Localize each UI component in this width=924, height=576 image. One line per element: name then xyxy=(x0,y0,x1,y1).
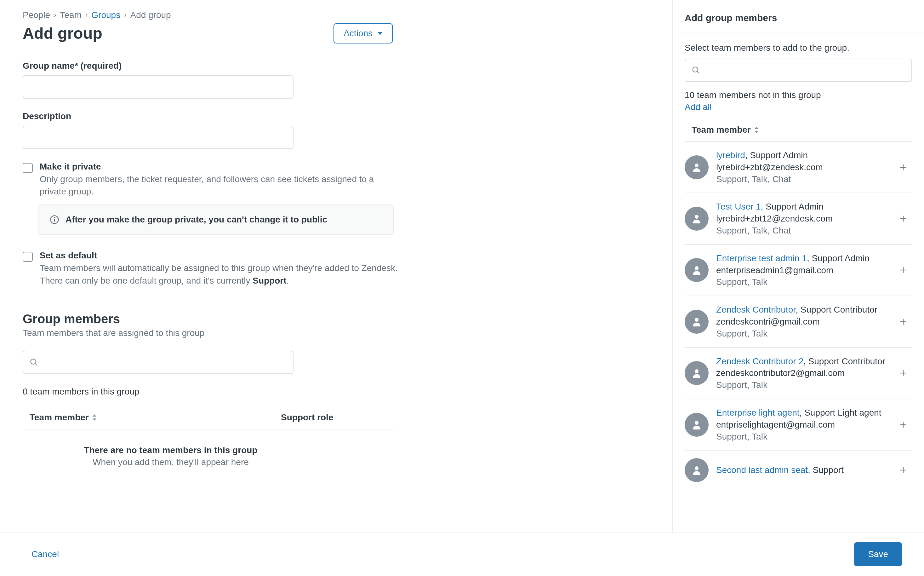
member-email: lyrebird+zbt12@zendesk.com xyxy=(716,213,890,225)
actions-label: Actions xyxy=(343,28,373,38)
set-default-title: Set as default xyxy=(40,251,401,261)
member-row: Enterprise light agent, Support Light ag… xyxy=(685,399,912,451)
description-label: Description xyxy=(23,111,294,121)
member-products: Support, Talk, Chat xyxy=(716,173,890,185)
member-role: , Support Admin xyxy=(745,150,808,160)
member-email: zendeskcontributor2@gmail.com xyxy=(716,367,890,379)
side-hint: Select team members to add to the group. xyxy=(685,43,912,53)
avatar xyxy=(685,155,709,179)
member-role: , Support Admin xyxy=(761,202,823,211)
member-row: Test User 1, Support Adminlyrebird+zbt12… xyxy=(685,193,912,245)
svg-marker-6 xyxy=(93,418,96,421)
avatar xyxy=(685,413,709,437)
search-icon xyxy=(30,358,38,367)
svg-marker-10 xyxy=(755,131,758,133)
breadcrumb-groups[interactable]: Groups xyxy=(91,10,120,20)
member-row: Second last admin seat, Support xyxy=(685,451,912,490)
member-row: Zendesk Contributor 2, Support Contribut… xyxy=(685,348,912,399)
group-members-search-input[interactable] xyxy=(42,351,287,373)
member-products: Support, Talk xyxy=(716,328,890,340)
group-name-label: Group name* (required) xyxy=(23,61,294,71)
info-icon xyxy=(50,215,59,224)
chevron-right-icon: › xyxy=(124,11,126,19)
svg-point-11 xyxy=(695,163,699,167)
group-members-heading: Group members xyxy=(23,312,672,326)
chevron-right-icon: › xyxy=(85,11,88,19)
members-count: 0 team members in this group xyxy=(23,387,672,397)
svg-point-29 xyxy=(695,466,699,470)
svg-point-26 xyxy=(695,421,699,425)
member-row: Zendesk Contributor, Support Contributor… xyxy=(685,296,912,347)
side-count: 10 team members not in this group xyxy=(685,90,912,100)
member-email: lyrebird+zbt@zendesk.com xyxy=(716,161,890,173)
add-member-button[interactable] xyxy=(898,419,909,430)
page-title: Add group xyxy=(23,24,102,43)
avatar xyxy=(685,310,709,334)
make-private-desc: Only group members, the ticket requester… xyxy=(40,173,401,198)
svg-line-8 xyxy=(697,72,699,74)
side-search[interactable] xyxy=(685,59,912,82)
sort-icon xyxy=(92,414,97,421)
svg-point-17 xyxy=(695,266,699,270)
member-role: , Support Contributor xyxy=(796,305,878,314)
member-role: , Support xyxy=(808,465,844,475)
member-name[interactable]: lyrebird xyxy=(716,150,745,160)
save-button[interactable]: Save xyxy=(854,542,902,566)
member-name[interactable]: Zendesk Contributor 2 xyxy=(716,356,803,366)
actions-button[interactable]: Actions xyxy=(334,23,393,43)
avatar xyxy=(685,258,709,282)
search-icon xyxy=(692,66,701,75)
add-members-panel: Add group members Select team members to… xyxy=(672,0,924,576)
side-search-input[interactable] xyxy=(704,59,905,81)
add-all-link[interactable]: Add all xyxy=(685,102,712,112)
svg-point-3 xyxy=(31,359,36,364)
member-name[interactable]: Second last admin seat xyxy=(716,465,808,475)
chevron-down-icon xyxy=(378,32,383,35)
member-role: , Support Light agent xyxy=(800,408,881,418)
svg-line-4 xyxy=(35,363,37,365)
add-member-button[interactable] xyxy=(898,464,909,476)
breadcrumb-current: Add group xyxy=(130,10,171,20)
group-name-input[interactable] xyxy=(23,75,294,99)
description-input[interactable] xyxy=(23,126,294,149)
make-private-checkbox[interactable] xyxy=(23,163,33,173)
private-info-text: After you make the group private, you ca… xyxy=(65,214,327,225)
member-role: , Support Contributor xyxy=(803,356,885,366)
empty-line2: When you add them, they'll appear here xyxy=(35,457,306,467)
main-content: People › Team › Groups › Add group Add g… xyxy=(0,0,672,576)
set-default-desc: Team members will automatically be assig… xyxy=(40,262,401,286)
avatar xyxy=(685,207,709,230)
svg-point-20 xyxy=(695,318,699,322)
add-member-button[interactable] xyxy=(898,316,909,327)
svg-marker-9 xyxy=(755,127,758,129)
avatar xyxy=(685,361,709,385)
group-members-sub: Team members that are assigned to this g… xyxy=(23,328,672,338)
breadcrumb-people[interactable]: People xyxy=(23,10,50,20)
member-role: , Support Admin xyxy=(807,253,870,263)
side-col-team-member[interactable]: Team member xyxy=(685,125,912,142)
cancel-button[interactable]: Cancel xyxy=(32,549,59,559)
add-member-button[interactable] xyxy=(898,367,909,379)
svg-marker-5 xyxy=(93,414,96,416)
set-default-checkbox[interactable] xyxy=(23,252,33,262)
member-products: Support, Talk xyxy=(716,276,890,288)
members-table-header: Team member Support role xyxy=(23,406,394,429)
member-name[interactable]: Test User 1 xyxy=(716,202,761,211)
add-member-button[interactable] xyxy=(898,162,909,173)
col-team-member[interactable]: Team member xyxy=(30,413,281,422)
member-list: lyrebird, Support Adminlyrebird+zbt@zend… xyxy=(685,142,912,490)
member-row: Enterprise test admin 1, Support Adminen… xyxy=(685,245,912,296)
sort-icon xyxy=(754,127,759,133)
add-member-button[interactable] xyxy=(898,213,909,224)
avatar xyxy=(685,458,709,482)
member-email: zendeskcontri@gmail.com xyxy=(716,316,890,328)
breadcrumb-team[interactable]: Team xyxy=(60,10,81,20)
group-members-search[interactable] xyxy=(23,351,294,374)
member-name[interactable]: Enterprise test admin 1 xyxy=(716,253,807,263)
footer: Cancel Save xyxy=(0,532,924,576)
breadcrumb: People › Team › Groups › Add group xyxy=(23,10,672,20)
member-name[interactable]: Enterprise light agent xyxy=(716,408,800,418)
member-name[interactable]: Zendesk Contributor xyxy=(716,305,796,314)
svg-point-2 xyxy=(54,218,55,218)
add-member-button[interactable] xyxy=(898,264,909,276)
